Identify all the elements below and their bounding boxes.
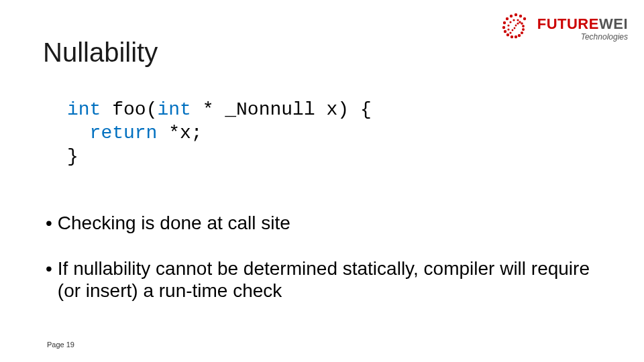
svg-point-6: [522, 25, 525, 27]
svg-point-25: [513, 19, 515, 21]
slide-title: Nullability: [43, 38, 158, 68]
logo-word-gray: WEI: [599, 15, 628, 32]
bullet-dot-icon: •: [46, 212, 52, 235]
code-text: *x;: [157, 123, 202, 143]
svg-point-14: [502, 26, 505, 29]
svg-point-8: [521, 32, 523, 34]
logo: FUTUREWEI Technologies: [496, 11, 628, 47]
svg-point-24: [509, 21, 511, 23]
kw-return: return: [90, 123, 158, 143]
logo-mark-icon: [496, 11, 532, 47]
bullet-dot-icon: •: [46, 257, 52, 302]
logo-word-red: FUTURE: [537, 15, 599, 32]
kw-int: int: [157, 99, 191, 120]
svg-point-17: [510, 15, 513, 17]
svg-point-23: [507, 24, 509, 26]
svg-point-18: [515, 13, 517, 16]
svg-point-26: [517, 19, 519, 21]
logo-wordmark: FUTUREWEI: [537, 17, 628, 32]
svg-point-11: [511, 36, 513, 38]
svg-point-0: [513, 27, 515, 29]
svg-point-1: [515, 25, 517, 27]
code-text: foo(: [101, 99, 157, 120]
svg-point-21: [509, 32, 511, 34]
code-block: int foo(int * _Nonnull x) { return *x; }: [67, 98, 372, 168]
svg-point-19: [519, 15, 522, 17]
svg-point-4: [519, 21, 521, 23]
bullet-list: • Checking is done at call site • If nul…: [46, 212, 604, 325]
page-number: Page 19: [47, 341, 74, 349]
kw-int: int: [67, 99, 101, 120]
slide: FUTUREWEI Technologies Nullability int f…: [0, 0, 644, 362]
svg-point-13: [504, 30, 506, 33]
bullet-text: If nullability cannot be determined stat…: [58, 257, 604, 302]
svg-point-3: [517, 22, 519, 24]
svg-point-16: [506, 17, 508, 20]
logo-subtext: Technologies: [537, 33, 628, 41]
bullet-text: Checking is done at call site: [58, 212, 604, 235]
code-text: [67, 123, 90, 143]
code-text: * _Nonnull x) {: [191, 99, 372, 120]
svg-point-12: [506, 34, 509, 36]
svg-point-9: [518, 34, 521, 37]
code-text: }: [67, 146, 78, 167]
svg-point-10: [515, 36, 517, 38]
logo-text: FUTUREWEI Technologies: [537, 17, 628, 41]
svg-point-22: [507, 28, 509, 30]
svg-point-7: [522, 28, 525, 31]
svg-point-2: [511, 29, 513, 32]
bullet-item: • Checking is done at call site: [46, 212, 604, 235]
svg-point-15: [503, 21, 506, 24]
svg-point-5: [521, 22, 523, 25]
svg-point-20: [523, 17, 526, 20]
bullet-item: • If nullability cannot be determined st…: [46, 257, 604, 302]
